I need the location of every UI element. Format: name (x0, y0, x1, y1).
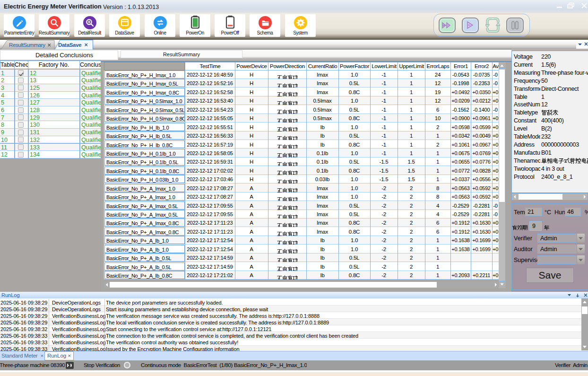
svg-text:ResultSummary: ResultSummary (9, 42, 45, 48)
svg-text:DataSave: DataSave (58, 42, 81, 48)
